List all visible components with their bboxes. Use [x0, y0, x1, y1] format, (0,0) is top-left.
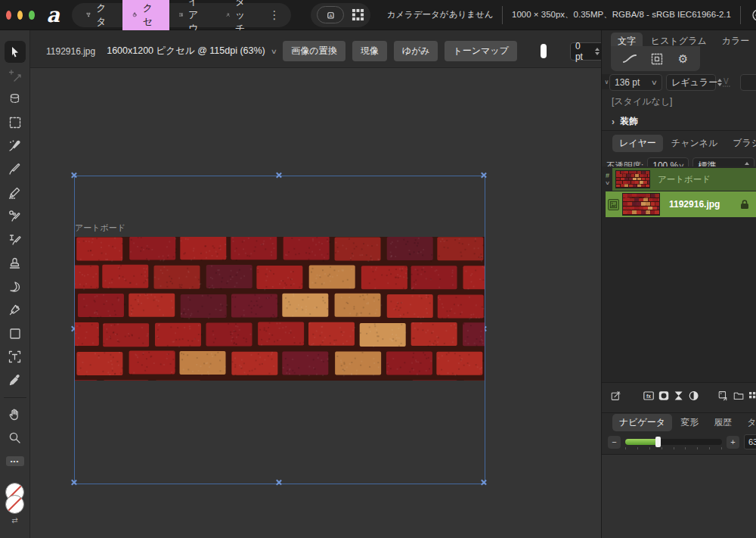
move-tool[interactable] — [5, 41, 26, 63]
dodge-brush-tool[interactable] — [5, 229, 26, 250]
selection-handle-top-center[interactable] — [275, 172, 282, 179]
merge-image-icon[interactable] — [718, 390, 728, 402]
liquify-button[interactable]: ゆがみ — [394, 41, 438, 61]
tab-channels[interactable]: チャンネル — [665, 135, 724, 152]
more-tools-button[interactable]: ••• — [5, 450, 26, 472]
paint-brush-tool[interactable] — [5, 158, 26, 180]
move-tool-icon — [9, 46, 21, 58]
expand-chevron-icon[interactable]: ∨ — [605, 180, 610, 186]
dodge-brush-tool-icon — [8, 233, 21, 246]
hand-tool-icon — [8, 408, 21, 421]
brick-image[interactable] — [75, 237, 485, 381]
stroke-none-swatch[interactable] — [541, 44, 547, 58]
affinity-photo-window: { "titlebar": { "logo": "a", "personas":… — [0, 0, 756, 538]
layer-row-artboard[interactable]: アートボード — [612, 168, 756, 191]
close-window-button[interactable] — [6, 11, 11, 20]
document-zoom-dropdown[interactable]: 1600x1200 ピクセル @ 115dpi (63%) ∨ — [107, 45, 276, 58]
navigator-preview-area — [602, 454, 756, 538]
color-picker-tool[interactable] — [5, 369, 26, 391]
pen-tool[interactable] — [5, 299, 26, 321]
decoration-section-header[interactable]: › 装飾 — [602, 115, 756, 128]
vector-persona-icon — [86, 9, 91, 20]
assistant-button[interactable]: A — [317, 6, 344, 23]
develop-button[interactable]: 現像 — [352, 41, 387, 61]
mask-layer-icon[interactable] — [658, 390, 669, 402]
fill-color-swatch[interactable] — [5, 495, 24, 514]
kerning-icon[interactable]: V — [720, 76, 733, 89]
artboard-label[interactable]: アートボード — [75, 222, 125, 234]
font-weight-dropdown[interactable]: レギュラー — [666, 74, 716, 91]
stamp-tool[interactable] — [5, 252, 26, 274]
selection-handle-top-right[interactable] — [480, 172, 487, 179]
smudge-brush-tool-icon — [8, 280, 21, 293]
zoom-percent-field[interactable]: 63 — [744, 434, 756, 449]
pencil-tool-icon — [8, 186, 21, 199]
zoom-out-button[interactable]: − — [608, 436, 621, 449]
layer-effects-fx-icon[interactable]: fx — [643, 390, 654, 402]
node-tool-icon — [9, 70, 21, 82]
tonemap-button[interactable]: トーンマップ — [445, 41, 516, 61]
zoom-tool[interactable] — [5, 427, 26, 449]
selection-handle-bottom-right[interactable] — [480, 479, 487, 486]
tab-typography[interactable]: タイポグラフィ — [740, 414, 756, 431]
adjustment-layer-icon[interactable] — [674, 390, 683, 402]
replace-image-button[interactable]: 画像の置換 — [283, 41, 345, 61]
chevron-down-icon: ∨ — [270, 48, 277, 55]
document-info: 1000 × 350px、0.35MP、RGBA/8 - sRGB IEC619… — [512, 9, 731, 20]
frame-text-tool[interactable] — [5, 346, 26, 368]
minimize-window-button[interactable] — [17, 11, 23, 20]
zoom-slider[interactable] — [625, 439, 722, 445]
stroke-width-select[interactable]: 0 pt — [570, 42, 605, 61]
color-picker-tool-icon — [8, 374, 21, 387]
zoom-in-button[interactable]: + — [727, 436, 739, 449]
pixel-pencil-tool[interactable] — [5, 182, 26, 204]
persona-switcher: ベクター ピクセル レイアウト レタッチ中 ⋮ — [72, 3, 290, 27]
persona-overflow-menu[interactable]: ⋮ — [263, 8, 287, 22]
tab-color[interactable]: カラー — [715, 33, 756, 50]
selection-brush-tool[interactable] — [5, 88, 26, 110]
zoom-slider-handle[interactable] — [655, 437, 661, 447]
retouch-persona-icon — [226, 9, 230, 20]
tracking-field[interactable] — [740, 74, 756, 91]
canvas-area[interactable]: アートボード — [30, 68, 601, 538]
document-tab[interactable]: 1192916.jpg — [42, 46, 100, 57]
tab-brushes[interactable]: ブラシ — [726, 135, 756, 152]
context-toolbar: 1192916.jpg 1600x1200 ピクセル @ 115dpi (63%… — [30, 30, 601, 68]
lock-icon[interactable] — [740, 199, 749, 210]
gear-icon[interactable]: ⚙ — [678, 52, 688, 66]
edit-adjustment-icon[interactable] — [611, 390, 621, 402]
tab-history[interactable]: 履歴 — [707, 414, 739, 431]
selection-handle-bottom-center[interactable] — [275, 479, 282, 486]
tab-navigator[interactable]: ナビゲータ — [612, 414, 672, 431]
text-style-row[interactable]: [スタイルなし] — [602, 95, 756, 108]
navigator-panel-tabs: ナビゲータ 変形 履歴 タイポグラフィ — [602, 412, 756, 432]
zoom-window-button[interactable] — [29, 11, 34, 20]
selection-handle-bottom-left[interactable] — [70, 479, 77, 486]
svg-text:fx: fx — [646, 393, 651, 398]
flood-select-brush-tool[interactable] — [5, 135, 26, 157]
marquee-grid-icon[interactable] — [651, 53, 663, 65]
panel-divider — [602, 130, 756, 131]
chevron-down-icon: ∨ — [651, 79, 658, 86]
rectangle-tool[interactable] — [5, 322, 26, 344]
live-filter-icon[interactable] — [689, 390, 699, 402]
studio-grid-icon[interactable] — [352, 8, 364, 21]
clone-brush-tool[interactable] — [5, 205, 26, 227]
tab-transform[interactable]: 変形 — [674, 414, 705, 431]
assistant-group: A — [311, 3, 370, 27]
selection-handle-top-left[interactable] — [70, 172, 77, 179]
layer-name: 1192916.jpg — [669, 199, 720, 210]
stroke-width-value: 0 pt — [575, 41, 583, 62]
tab-layers[interactable]: レイヤー — [612, 135, 663, 152]
swap-colors-button[interactable]: ⇄ — [11, 516, 17, 524]
stroke-pressure-icon[interactable] — [623, 53, 637, 64]
font-size-dropdown[interactable]: 136 pt ∨ — [609, 74, 662, 91]
delete-grid-icon[interactable] — [749, 390, 756, 402]
group-folder-icon[interactable] — [733, 390, 744, 401]
rectangular-marquee-tool[interactable] — [5, 111, 26, 133]
smudge-brush-tool[interactable] — [5, 275, 26, 297]
layer-row-image[interactable]: 1192916.jpg — [606, 191, 756, 217]
node-tool[interactable] — [5, 64, 26, 86]
view-hand-tool[interactable] — [5, 403, 26, 425]
zoom-tool-icon — [8, 431, 21, 444]
